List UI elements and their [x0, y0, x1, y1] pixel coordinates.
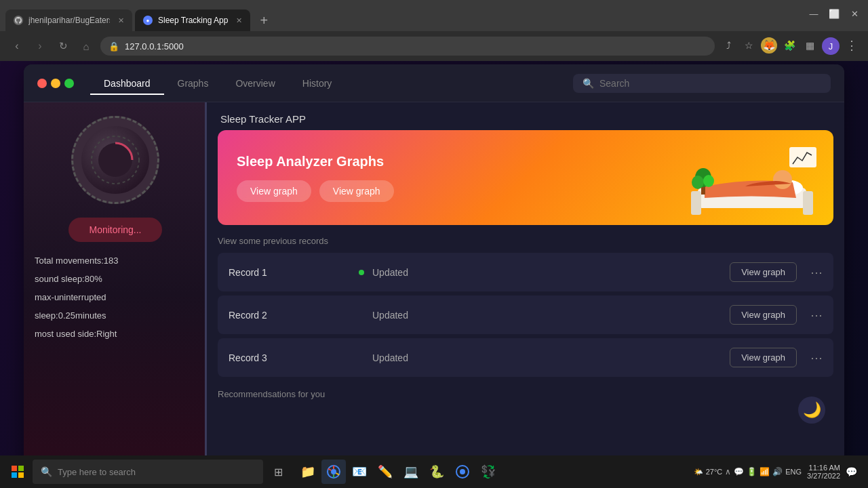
- record-3-more-btn[interactable]: ⋯: [810, 350, 823, 365]
- forward-button[interactable]: ›: [31, 37, 49, 55]
- taskbar-pycharm-icon[interactable]: 🐍: [425, 460, 449, 484]
- search-icon: 🔍: [583, 78, 594, 89]
- extension-icon1[interactable]: 🦊: [761, 37, 777, 54]
- maximize-button[interactable]: ⬜: [825, 4, 844, 23]
- tab-github-icon: [14, 16, 23, 25]
- avatar-container: [71, 116, 159, 204]
- menu-icon[interactable]: ⋮: [844, 37, 860, 54]
- stat-most-used-side: most used side:Right: [35, 329, 196, 339]
- app-window: Dashboard Graphs Overview History 🔍: [24, 64, 844, 485]
- nav-tab-history[interactable]: History: [289, 73, 346, 94]
- traffic-light-green[interactable]: [64, 79, 74, 88]
- taskbar-notification-icon[interactable]: 💬: [846, 466, 857, 477]
- monitoring-button[interactable]: Monitoring...: [68, 218, 161, 242]
- svg-rect-15: [18, 472, 24, 478]
- record-1-name: Record 1: [229, 267, 351, 278]
- record-item-3: Record 3 Updated View graph ⋯: [218, 338, 833, 377]
- record-1-view-btn[interactable]: View graph: [730, 262, 797, 282]
- record-1-status-dot: [359, 270, 364, 275]
- stat-sleep-minutes: sleep:0.25minutes: [35, 310, 196, 321]
- lock-icon: 🔒: [108, 41, 119, 52]
- tab-github-label: jhenilparihar/BugEaters: [28, 16, 110, 25]
- sleep-analyzer-banner: Sleep Analyzer Graphs View graph View gr…: [218, 130, 833, 225]
- traffic-light-red[interactable]: [37, 79, 47, 88]
- svg-point-17: [331, 469, 336, 474]
- window-controls: — ⬜ ✕: [804, 4, 864, 23]
- temperature: 27°C: [706, 468, 723, 476]
- svg-rect-4: [803, 191, 813, 215]
- sidebar-divider: [205, 102, 207, 485]
- view-graph-btn-2[interactable]: View graph: [319, 180, 394, 202]
- traffic-light-yellow[interactable]: [51, 79, 60, 88]
- taskbar-app-icon[interactable]: 💱: [476, 460, 500, 484]
- taskbar-chrome2-icon[interactable]: [450, 460, 475, 484]
- taskbar-edit-icon[interactable]: ✏️: [373, 460, 397, 484]
- address-bar-row: ‹ › ↻ ⌂ 🔒 127.0.0.1:5000 ⤴ ☆ 🦊 🧩 ▦ J ⋮: [0, 31, 868, 61]
- record-1-more-btn[interactable]: ⋯: [810, 265, 823, 280]
- stat-total-movements: Total movements:183: [35, 256, 196, 266]
- taskbar-time: 11:16 AM: [807, 464, 840, 472]
- record-2-view-btn[interactable]: View graph: [730, 305, 797, 325]
- back-button[interactable]: ‹: [8, 37, 26, 55]
- view-graph-btn-1[interactable]: View graph: [237, 180, 311, 202]
- nav-tabs: Dashboard Graphs Overview History: [90, 73, 573, 94]
- tab-sleep-close[interactable]: ✕: [236, 16, 242, 25]
- profile-icon[interactable]: J: [822, 37, 840, 55]
- page-title: Sleep Tracker APP: [207, 102, 844, 130]
- records-section-title: View some previous records: [218, 236, 833, 246]
- share-icon[interactable]: ⤴: [720, 37, 736, 54]
- bookmark-icon[interactable]: ☆: [741, 37, 757, 54]
- search-bar[interactable]: 🔍: [573, 74, 831, 93]
- svg-rect-3: [691, 191, 701, 215]
- sidebar: Monitoring... Total movements:183 sound …: [24, 102, 207, 485]
- volume-icon: 🔊: [772, 467, 783, 476]
- nav-tab-graphs[interactable]: Graphs: [164, 73, 222, 94]
- record-3-view-btn[interactable]: View graph: [730, 348, 797, 367]
- taskbar-chrome-icon[interactable]: [321, 460, 346, 484]
- svg-point-6: [773, 170, 792, 189]
- svg-rect-14: [12, 472, 17, 478]
- browser-chrome: jhenilparihar/BugEaters ✕ ● Sleep Tracki…: [0, 0, 868, 61]
- tab-github[interactable]: jhenilparihar/BugEaters ✕: [5, 9, 132, 31]
- lang-label: ENG: [785, 468, 802, 476]
- tab-sleep-label: Sleep Tracking App: [158, 16, 228, 25]
- tab-github-close[interactable]: ✕: [118, 16, 124, 25]
- taskbar-sys-icon1: 💬: [734, 467, 744, 476]
- weather-icon: 🌤️: [694, 468, 703, 476]
- browser-action-buttons: ⤴ ☆ 🦊 🧩 ▦ J ⋮: [720, 37, 860, 55]
- tab-bar: jhenilparihar/BugEaters ✕ ● Sleep Tracki…: [0, 0, 868, 31]
- moon-button[interactable]: 🌙: [798, 396, 825, 424]
- record-3-name: Record 3: [229, 352, 351, 363]
- home-button[interactable]: ⌂: [77, 37, 95, 55]
- record-2-more-btn[interactable]: ⋯: [810, 308, 823, 323]
- nav-tab-overview[interactable]: Overview: [222, 73, 288, 94]
- nav-tab-dashboard[interactable]: Dashboard: [90, 73, 164, 94]
- taskbar-sys-tray: 🌤️ 27°C ∧ 💬 🔋 📶 🔊 ENG: [694, 467, 802, 476]
- start-button[interactable]: [5, 460, 30, 484]
- tab-sleep[interactable]: ● Sleep Tracking App ✕: [135, 9, 250, 31]
- reload-button[interactable]: ↻: [54, 37, 72, 55]
- avatar: [81, 126, 149, 194]
- record-3-status: Updated: [372, 352, 722, 363]
- taskbar: 🔍 Type here to search ⊞ 📁 📧 ✏️ 💻 🐍: [0, 455, 868, 488]
- address-bar[interactable]: 🔒 127.0.0.1:5000: [100, 37, 715, 56]
- taskbar-file-icon[interactable]: 📁: [296, 460, 320, 484]
- new-tab-button[interactable]: +: [253, 9, 275, 31]
- taskbar-search[interactable]: 🔍 Type here to search: [33, 460, 263, 484]
- task-view-button[interactable]: ⊞: [266, 460, 290, 484]
- up-arrow-icon[interactable]: ∧: [725, 467, 731, 476]
- svg-rect-12: [12, 466, 17, 471]
- sleeping-illustration: [684, 134, 820, 222]
- close-button[interactable]: ✕: [845, 4, 864, 23]
- record-item-1: Record 1 Updated View graph ⋯: [218, 253, 833, 291]
- sidebar-toggle-icon[interactable]: ▦: [802, 37, 818, 54]
- minimize-button[interactable]: —: [804, 4, 823, 23]
- puzzle-icon[interactable]: 🧩: [781, 37, 797, 54]
- stat-sound-sleep: sound sleep:80%: [35, 274, 196, 284]
- taskbar-sys-icon2: 🔋: [747, 467, 757, 476]
- svg-point-10: [692, 176, 704, 189]
- wifi-icon: 📶: [760, 467, 770, 476]
- taskbar-ide-icon[interactable]: 💻: [399, 460, 423, 484]
- search-input[interactable]: [599, 78, 821, 89]
- taskbar-mail-icon[interactable]: 📧: [347, 460, 372, 484]
